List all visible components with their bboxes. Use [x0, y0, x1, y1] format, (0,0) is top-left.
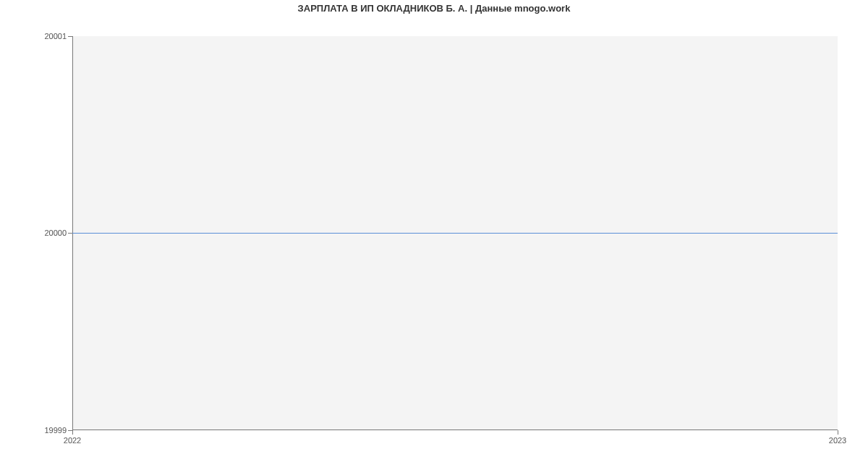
salary-chart: ЗАРПЛАТА В ИП ОКЛАДНИКОВ Б. А. | Данные … [0, 0, 868, 470]
chart-title: ЗАРПЛАТА В ИП ОКЛАДНИКОВ Б. А. | Данные … [0, 3, 868, 14]
x-tick [72, 430, 73, 435]
x-tick-label: 2023 [829, 436, 846, 445]
series-line [72, 233, 838, 234]
x-tick-label: 2022 [64, 436, 81, 445]
y-tick-label: 20000 [38, 228, 67, 237]
y-tick-label: 19999 [38, 426, 67, 435]
y-tick [68, 36, 72, 37]
x-tick [838, 430, 838, 435]
y-tick-label: 20001 [38, 32, 67, 40]
